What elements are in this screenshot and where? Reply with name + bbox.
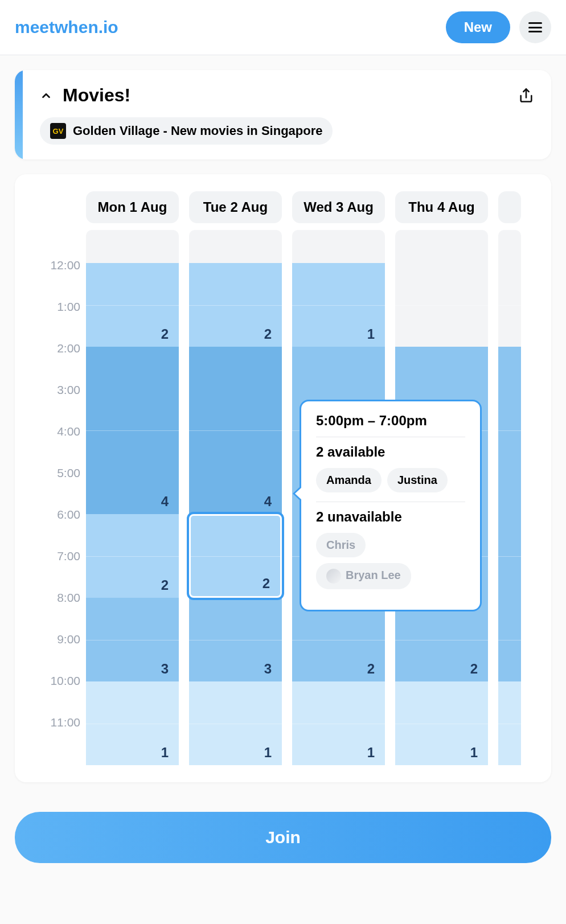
availability-popover: 5:00pm – 7:00pm 2 available Amanda Justi…: [300, 400, 482, 611]
availability-count: 2: [264, 326, 272, 342]
available-person[interactable]: Amanda: [316, 468, 382, 492]
availability-count: 2: [263, 576, 270, 592]
availability-count: 1: [161, 745, 169, 761]
day-column: 24231: [189, 230, 282, 765]
time-label: 7:00: [26, 549, 80, 591]
day-header-next[interactable]: [498, 191, 521, 223]
time-label: 4:00: [26, 425, 80, 466]
time-slot[interactable]: [498, 347, 521, 514]
top-bar: meetwhen.io New: [0, 0, 566, 55]
day-header-mon[interactable]: Mon 1 Aug: [86, 191, 179, 223]
event-accent: [15, 70, 23, 159]
availability-count: 4: [161, 494, 169, 510]
time-slot[interactable]: 1: [189, 681, 282, 765]
time-slot[interactable]: 2: [189, 514, 282, 598]
time-label: 2:00: [26, 342, 80, 383]
available-label: 2 available: [316, 444, 465, 460]
time-slot[interactable]: 1: [395, 681, 488, 765]
time-slot[interactable]: 2: [86, 514, 179, 598]
calendar-card: Mon 1 Aug Tue 2 Aug Wed 3 Aug Thu 4 Aug …: [15, 174, 551, 782]
availability-count: 1: [367, 326, 375, 342]
popover-time-range: 5:00pm – 7:00pm: [316, 413, 465, 429]
unavailable-person[interactable]: Chris: [316, 533, 366, 557]
time-label: 9:00: [26, 633, 80, 674]
day-column: [498, 230, 521, 765]
availability-count: 3: [264, 661, 272, 677]
gv-badge-icon: GV: [50, 123, 66, 139]
availability-count: 2: [470, 661, 478, 677]
time-slot[interactable]: 1: [292, 263, 385, 347]
availability-count: 3: [161, 661, 169, 677]
unavailable-person[interactable]: Bryan Lee: [316, 563, 411, 589]
join-button[interactable]: Join: [15, 812, 551, 863]
time-slot[interactable]: [498, 263, 521, 347]
time-label: 5:00: [26, 466, 80, 508]
availability-count: 2: [367, 661, 375, 677]
availability-count: 1: [264, 745, 272, 761]
time-slot[interactable]: [498, 681, 521, 765]
time-slot[interactable]: 4: [86, 347, 179, 514]
time-slot[interactable]: [498, 598, 521, 681]
availability-count: 1: [470, 745, 478, 761]
event-title: Movies!: [63, 85, 130, 106]
time-slot[interactable]: 1: [86, 681, 179, 765]
time-slot[interactable]: 2: [189, 263, 282, 347]
time-slot[interactable]: 4: [189, 347, 282, 514]
available-person[interactable]: Justina: [387, 468, 448, 492]
source-pill[interactable]: GV Golden Village - New movies in Singap…: [40, 117, 333, 145]
menu-button[interactable]: [519, 11, 551, 43]
time-slot[interactable]: [395, 263, 488, 347]
time-slot[interactable]: 2: [86, 263, 179, 347]
logo[interactable]: meetwhen.io: [15, 18, 118, 37]
hamburger-icon: [528, 22, 542, 32]
availability-count: 1: [367, 745, 375, 761]
new-button[interactable]: New: [446, 11, 510, 43]
day-column: 24231: [86, 230, 179, 765]
time-label: 6:00: [26, 508, 80, 549]
day-header-wed[interactable]: Wed 3 Aug: [292, 191, 385, 223]
time-slot[interactable]: 1: [292, 681, 385, 765]
day-header-thu[interactable]: Thu 4 Aug: [395, 191, 488, 223]
time-label: 12:00: [26, 258, 80, 300]
share-icon[interactable]: [518, 88, 534, 104]
day-header-tue[interactable]: Tue 2 Aug: [189, 191, 282, 223]
time-slot[interactable]: 3: [189, 598, 282, 681]
availability-count: 4: [264, 494, 272, 510]
time-slot[interactable]: 3: [86, 598, 179, 681]
availability-count: 2: [161, 326, 169, 342]
source-text: Golden Village - New movies in Singapore: [73, 124, 322, 138]
event-card: Movies! GV Golden Village - New movies i…: [15, 70, 551, 159]
time-label: 3:00: [26, 383, 80, 425]
calendar-header: Mon 1 Aug Tue 2 Aug Wed 3 Aug Thu 4 Aug: [26, 191, 540, 223]
time-label: 10:00: [26, 674, 80, 716]
time-label: 8:00: [26, 591, 80, 633]
time-column: 12:001:002:003:004:005:006:007:008:009:0…: [26, 230, 86, 765]
time-label: 11:00: [26, 716, 80, 757]
unavailable-label: 2 unavailable: [316, 509, 465, 525]
availability-count: 2: [161, 577, 169, 593]
time-slot[interactable]: [498, 514, 521, 598]
avatar: [326, 569, 341, 584]
time-label: 1:00: [26, 300, 80, 342]
chevron-up-icon[interactable]: [40, 89, 52, 102]
